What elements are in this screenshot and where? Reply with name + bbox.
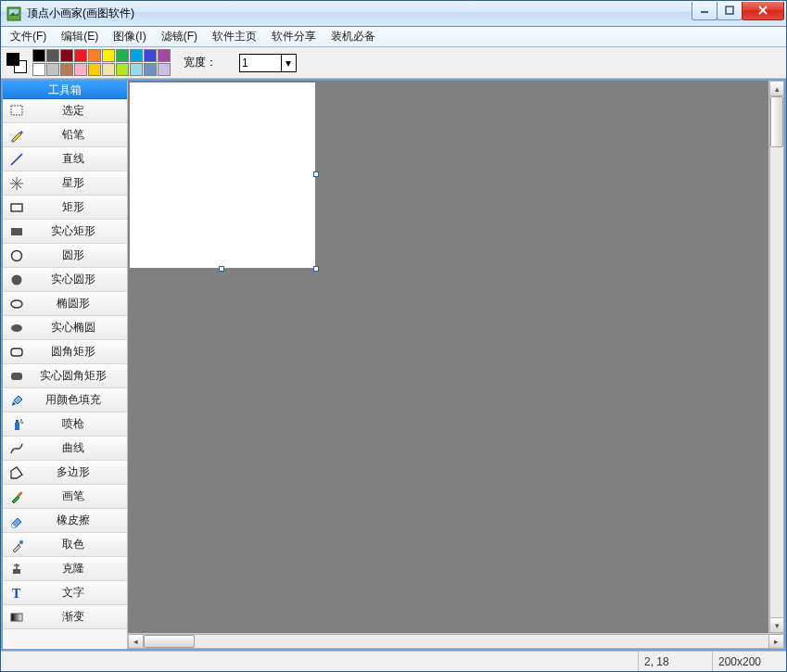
color-swatch[interactable] [32, 63, 45, 76]
tool-line[interactable]: 直线 [3, 147, 127, 171]
scroll-thumb-h[interactable] [144, 635, 195, 648]
resize-handle-right[interactable] [313, 171, 319, 177]
tool-fillrect[interactable]: 实心矩形 [3, 220, 127, 244]
fg-bg-swatch[interactable] [6, 53, 27, 73]
tool-label: 直线 [31, 151, 127, 167]
maximize-button[interactable] [717, 2, 743, 20]
canvas[interactable] [130, 82, 315, 268]
tool-fill[interactable]: 用颜色填充 [3, 388, 127, 412]
color-swatch[interactable] [74, 49, 87, 62]
menu-install[interactable]: 装机必备 [324, 27, 383, 46]
color-swatch[interactable] [46, 63, 59, 76]
scroll-track-v[interactable] [769, 96, 784, 617]
tool-rect[interactable]: 矩形 [3, 196, 127, 220]
svg-text:T: T [12, 587, 21, 601]
brush-icon [3, 489, 31, 504]
window-title: 顶点小画家(画图软件) [27, 6, 692, 21]
tool-eraser[interactable]: 橡皮擦 [3, 509, 127, 533]
resize-handle-bottom-right[interactable] [313, 266, 319, 272]
status-pos: 2, 18 [638, 652, 712, 671]
svg-rect-4 [726, 6, 733, 14]
chevron-down-icon[interactable]: ▾ [281, 55, 294, 71]
color-swatch[interactable] [32, 49, 45, 62]
tool-star[interactable]: 星形 [3, 171, 127, 196]
tool-pencil[interactable]: 铅笔 [3, 123, 127, 147]
color-swatch[interactable] [130, 49, 143, 62]
horizontal-scrollbar[interactable]: ◂ ▸ [128, 633, 784, 649]
color-swatch[interactable] [88, 49, 101, 62]
menu-filter[interactable]: 滤镜(F) [154, 27, 205, 46]
tool-clone[interactable]: 克隆 [3, 557, 127, 581]
tool-ellipse[interactable]: 椭圆形 [3, 292, 127, 316]
scroll-down-button[interactable]: ▾ [769, 617, 784, 633]
menu-edit[interactable]: 编辑(E) [54, 27, 106, 46]
color-swatch[interactable] [158, 49, 171, 62]
width-select[interactable]: 1 ▾ [239, 54, 297, 72]
scroll-track-h[interactable] [144, 634, 768, 649]
tool-fillcircle[interactable]: 实心圆形 [3, 268, 127, 292]
color-swatch[interactable] [102, 63, 115, 76]
status-size: 200x200 [712, 652, 786, 671]
color-swatch[interactable] [144, 63, 157, 76]
color-swatch[interactable] [130, 63, 143, 76]
tool-text[interactable]: T文字 [3, 581, 127, 605]
tool-picker[interactable]: 取色 [3, 533, 127, 557]
toolbox-title: 工具箱 [3, 81, 127, 99]
tool-label: 用颜色填充 [31, 392, 127, 408]
color-swatch[interactable] [60, 49, 73, 62]
minimize-button[interactable] [692, 2, 717, 20]
clone-icon [3, 562, 31, 577]
color-swatch[interactable] [144, 49, 157, 62]
color-swatch[interactable] [116, 49, 129, 62]
color-swatch[interactable] [116, 63, 129, 76]
svg-rect-18 [11, 373, 22, 380]
color-swatch[interactable] [88, 63, 101, 76]
scroll-up-button[interactable]: ▴ [769, 81, 784, 96]
fg-color[interactable] [6, 53, 19, 66]
fillrect-icon [3, 224, 31, 239]
color-swatch[interactable] [102, 49, 115, 62]
titlebar[interactable]: 顶点小画家(画图软件) [1, 1, 786, 27]
tool-label: 渐变 [31, 609, 127, 625]
color-swatch[interactable] [46, 49, 59, 62]
tool-fillroundrect[interactable]: 实心圆角矩形 [3, 364, 127, 388]
vertical-scrollbar[interactable]: ▴ ▾ [768, 81, 784, 633]
menu-home[interactable]: 软件主页 [205, 27, 264, 46]
tool-label: 铅笔 [31, 127, 127, 143]
tool-label: 实心椭圆 [31, 320, 127, 336]
color-swatch[interactable] [158, 63, 171, 76]
rect-icon [3, 200, 31, 215]
tool-circle[interactable]: 圆形 [3, 244, 127, 268]
svg-rect-12 [11, 228, 22, 235]
tool-curve[interactable]: 曲线 [3, 437, 127, 461]
pencil-icon [3, 128, 31, 143]
svg-point-14 [12, 274, 22, 285]
tool-label: 取色 [31, 537, 127, 552]
svg-rect-20 [16, 420, 19, 423]
ellipse-icon [3, 297, 31, 311]
scroll-thumb-v[interactable] [770, 96, 783, 147]
tool-roundrect[interactable]: 圆角矩形 [3, 340, 127, 364]
tool-spray[interactable]: 喷枪 [3, 412, 127, 437]
canvas-area[interactable] [128, 81, 768, 633]
color-swatch[interactable] [60, 63, 73, 76]
color-swatch[interactable] [74, 63, 87, 76]
tool-select[interactable]: 选定 [3, 99, 127, 123]
statusbar: 2, 18 200x200 [1, 651, 786, 671]
resize-handle-bottom[interactable] [219, 266, 224, 272]
scroll-right-button[interactable]: ▸ [768, 634, 784, 649]
svg-rect-11 [11, 204, 22, 211]
tool-brush[interactable]: 画笔 [3, 485, 127, 509]
tool-polygon[interactable]: 多边形 [3, 461, 127, 485]
svg-point-22 [21, 422, 23, 424]
scroll-left-button[interactable]: ◂ [128, 634, 144, 649]
menu-image[interactable]: 图像(I) [106, 27, 153, 46]
menu-share[interactable]: 软件分享 [264, 27, 324, 46]
tool-gradient[interactable]: 渐变 [3, 605, 127, 629]
close-button[interactable] [742, 2, 784, 20]
color-toolbar: 宽度： 1 ▾ [1, 47, 786, 79]
tool-label: 克隆 [31, 561, 127, 577]
tool-label: 选定 [31, 103, 127, 119]
menu-file[interactable]: 文件(F) [3, 27, 54, 46]
tool-fillellipse[interactable]: 实心椭圆 [3, 316, 127, 340]
